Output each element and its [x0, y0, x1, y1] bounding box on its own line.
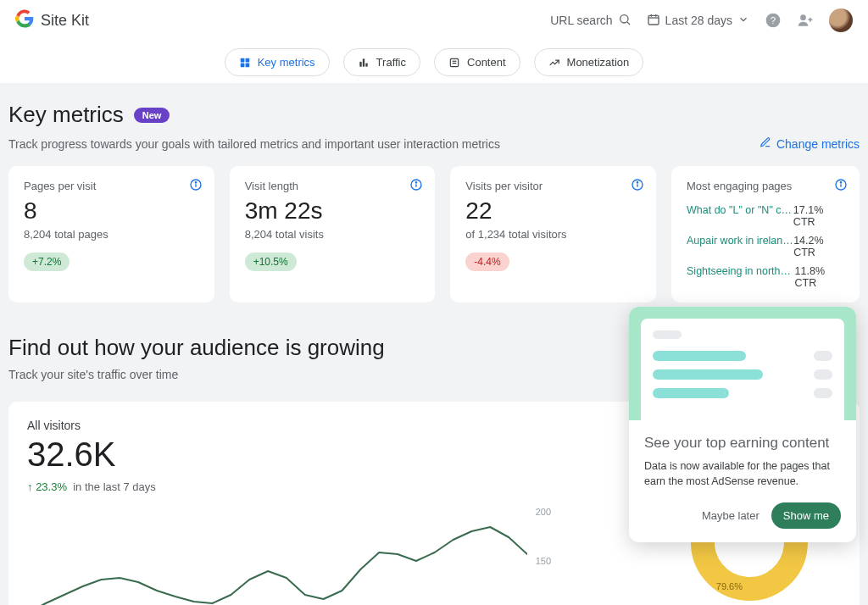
- card-label: Pages per visit: [24, 180, 199, 192]
- brand-title: Site Kit: [41, 12, 89, 30]
- svg-point-0: [620, 14, 627, 22]
- pencil-icon: [760, 136, 771, 151]
- engaging-row: Aupair work in ireland:… 14.2% CTR: [687, 235, 844, 258]
- donut-pct: 79.6%: [716, 581, 743, 605]
- card-value: 22: [465, 197, 641, 225]
- delta-pct: 23.3%: [36, 480, 67, 493]
- adsense-popup: See your top earning content Data is now…: [629, 307, 856, 542]
- url-search-label: URL search: [550, 14, 612, 27]
- tab-monetization[interactable]: Monetization: [534, 48, 644, 76]
- ytick: 200: [536, 507, 551, 517]
- grid-icon: [239, 57, 251, 69]
- svg-rect-11: [240, 58, 244, 62]
- card-sub: 8,204 total pages: [24, 228, 199, 241]
- svg-rect-17: [365, 63, 367, 66]
- engaging-page-link[interactable]: Aupair work in ireland:…: [687, 235, 793, 258]
- tab-traffic-label: Traffic: [376, 56, 406, 69]
- engaging-row: Sightseeing in northern… 11.8% CTR: [687, 265, 844, 289]
- search-icon: [618, 13, 632, 29]
- tab-content[interactable]: Content: [434, 48, 520, 76]
- svg-rect-15: [359, 61, 361, 66]
- date-range-picker[interactable]: Last 28 days: [647, 13, 749, 29]
- content-icon: [448, 57, 460, 69]
- svg-rect-16: [362, 58, 364, 66]
- change-metrics-link[interactable]: Change metrics: [760, 136, 860, 151]
- card-sub: 8,204 total visits: [245, 228, 420, 241]
- brand: Site Kit: [15, 9, 89, 31]
- card-value: 3m 22s: [245, 197, 420, 225]
- card-label: Visit length: [245, 180, 420, 192]
- svg-point-26: [416, 182, 417, 183]
- trend-icon: [548, 57, 560, 69]
- info-icon[interactable]: [631, 178, 644, 195]
- engaging-page-link[interactable]: Sightseeing in northern…: [687, 265, 795, 289]
- add-user-icon[interactable]: [797, 12, 814, 29]
- tab-key-metrics-label: Key metrics: [258, 56, 315, 69]
- maybe-later-button[interactable]: Maybe later: [702, 509, 760, 522]
- svg-rect-12: [245, 58, 249, 62]
- popup-illustration: [629, 307, 856, 420]
- svg-rect-2: [648, 15, 659, 25]
- tab-traffic[interactable]: Traffic: [343, 48, 420, 76]
- bar-chart-icon: [358, 57, 370, 69]
- delta-chip: +7.2%: [24, 253, 70, 271]
- card-sub: of 1,234 total visitors: [465, 228, 641, 241]
- card-value: 8: [24, 197, 199, 225]
- key-metrics-subtitle: Track progress towards your goals with t…: [8, 137, 500, 151]
- svg-point-23: [195, 182, 196, 183]
- new-badge: New: [134, 108, 170, 123]
- svg-point-29: [637, 182, 637, 183]
- calendar-icon: [647, 13, 660, 29]
- svg-rect-14: [245, 63, 249, 67]
- info-icon[interactable]: [834, 178, 848, 195]
- ytick: 150: [536, 556, 551, 566]
- avatar[interactable]: [829, 8, 853, 32]
- top-bar: Site Kit URL search Last 28 days ?: [0, 0, 868, 41]
- svg-point-32: [840, 182, 841, 183]
- card-pages-per-visit: Pages per visit 8 8,204 total pages +7.2…: [8, 166, 214, 302]
- url-search[interactable]: URL search: [550, 13, 631, 29]
- card-engaging-pages: Most engaging pages What do "L" or "N" c…: [671, 166, 860, 302]
- tab-content-label: Content: [467, 56, 506, 69]
- info-icon[interactable]: [409, 178, 423, 195]
- card-label: Visits per visitor: [465, 180, 641, 192]
- card-label: Most engaging pages: [687, 180, 844, 192]
- date-range-label: Last 28 days: [665, 14, 732, 27]
- chevron-down-icon: [737, 14, 749, 28]
- info-icon[interactable]: [189, 178, 203, 195]
- tab-key-metrics[interactable]: Key metrics: [225, 48, 330, 76]
- engaging-ctr: 14.2% CTR: [793, 235, 844, 258]
- change-metrics-label: Change metrics: [776, 137, 860, 151]
- svg-rect-13: [240, 63, 244, 67]
- delta-chip: +10.5%: [245, 253, 297, 271]
- engaging-ctr: 11.8% CTR: [795, 265, 844, 289]
- svg-text:?: ?: [771, 14, 776, 25]
- card-visit-length: Visit length 3m 22s 8,204 total visits +…: [230, 166, 436, 302]
- engaging-row: What do "L" or "N" car… 17.1% CTR: [687, 204, 844, 228]
- key-metrics-title: Key metrics: [8, 102, 124, 128]
- card-visits-per-visitor: Visits per visitor 22 of 1,234 total vis…: [450, 166, 656, 302]
- svg-line-1: [627, 22, 630, 25]
- popup-body-text: Data is now available for the pages that…: [644, 459, 841, 489]
- engaging-page-link[interactable]: What do "L" or "N" car…: [687, 204, 793, 228]
- engaging-ctr: 17.1% CTR: [793, 204, 844, 228]
- show-me-button[interactable]: Show me: [771, 502, 841, 529]
- svg-point-8: [800, 14, 806, 20]
- google-g-logo-icon: [15, 9, 34, 31]
- popup-heading: See your top earning content: [644, 434, 841, 452]
- dashboard-tabs: Key metrics Traffic Content Monetization: [0, 41, 868, 83]
- arrow-up-icon: ↑: [27, 480, 33, 493]
- delta-period: in the last 7 days: [73, 480, 156, 493]
- tab-monetization-label: Monetization: [567, 56, 630, 69]
- visitors-line-chart: 200 150 100: [27, 510, 527, 605]
- delta-chip: -4.4%: [465, 253, 509, 271]
- help-icon[interactable]: ?: [765, 12, 782, 29]
